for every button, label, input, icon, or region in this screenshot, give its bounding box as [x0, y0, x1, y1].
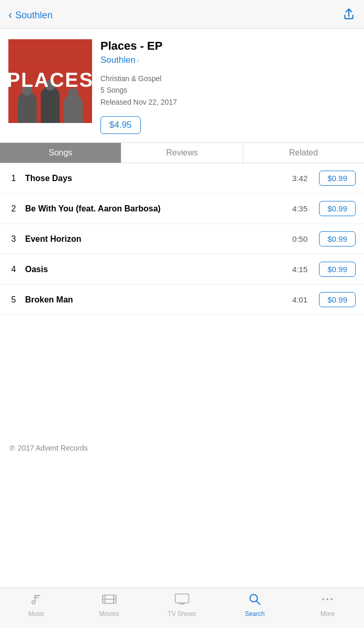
artist-chevron-icon: ›	[136, 56, 139, 64]
svg-point-19	[331, 598, 333, 600]
song-price-button[interactable]: $0.99	[319, 262, 356, 277]
song-number: 4	[8, 265, 19, 274]
music-icon	[30, 592, 43, 608]
song-row[interactable]: 2 Be With You (feat. Aaron Barbosa) 4:35…	[0, 194, 364, 224]
song-number: 5	[8, 295, 19, 305]
more-icon	[321, 592, 334, 608]
nav-search-label: Search	[245, 610, 265, 618]
nav-movies-label: Movies	[99, 610, 119, 618]
nav-item-tvshows[interactable]: TV Shows	[145, 592, 218, 618]
song-row[interactable]: 4 Oasis 4:15 $0.99	[0, 254, 364, 285]
tab-bar: Songs Reviews Related	[0, 142, 364, 163]
figure-3	[64, 94, 83, 123]
album-art-text: PLACES	[8, 70, 92, 90]
album-title: Places - EP	[100, 39, 356, 53]
tab-reviews-label: Reviews	[166, 148, 198, 157]
song-price-button[interactable]: $0.99	[319, 231, 356, 246]
song-row[interactable]: 3 Event Horizon 0:50 $0.99	[0, 224, 364, 254]
movies-icon	[101, 592, 117, 608]
album-artist-name: Southlen	[100, 55, 135, 65]
tab-related-label: Related	[289, 148, 318, 157]
tab-songs[interactable]: Songs	[0, 143, 121, 163]
back-chevron-icon: ‹	[8, 8, 12, 22]
album-song-count: 5 Songs	[100, 84, 356, 96]
album-section: PLACES Places - EP Southlen › Christian …	[0, 29, 364, 142]
tab-songs-label: Songs	[49, 148, 72, 157]
album-artist-link[interactable]: Southlen ›	[100, 55, 356, 65]
figure-2	[41, 86, 60, 123]
album-art-figures	[8, 86, 92, 123]
album-info: Places - EP Southlen › Christian & Gospe…	[100, 39, 356, 134]
share-icon	[342, 7, 356, 21]
nav-tvshows-label: TV Shows	[168, 610, 197, 618]
song-price-button[interactable]: $0.99	[319, 201, 356, 216]
song-row[interactable]: 1 Those Days 3:42 $0.99	[0, 163, 364, 194]
album-genre: Christian & Gospel	[100, 73, 356, 84]
back-button[interactable]: ‹ Southlen	[8, 8, 52, 22]
nav-music-label: Music	[28, 610, 44, 618]
song-duration: 4:01	[292, 295, 308, 304]
buy-album-button[interactable]: $4.95	[100, 116, 141, 134]
song-name: Broken Man	[25, 295, 286, 305]
nav-item-more[interactable]: More	[291, 592, 364, 618]
svg-line-16	[257, 601, 260, 605]
nav-item-search[interactable]: Search	[219, 592, 291, 618]
song-name: Oasis	[25, 265, 286, 274]
song-duration: 4:35	[292, 204, 308, 213]
song-number: 2	[8, 204, 19, 214]
svg-point-17	[322, 598, 324, 600]
song-number: 3	[8, 234, 19, 244]
back-label: Southlen	[15, 10, 52, 21]
header: ‹ Southlen	[0, 0, 364, 29]
album-release-date: Released Nov 22, 2017	[100, 96, 356, 108]
search-icon	[248, 592, 261, 608]
song-list: 1 Those Days 3:42 $0.99 2 Be With You (f…	[0, 163, 364, 435]
bottom-nav: Music Movies TV Shows	[0, 588, 364, 628]
nav-more-label: More	[321, 610, 335, 618]
copyright: ℗ 2017 Advent Records	[0, 435, 364, 468]
figure-1	[18, 92, 37, 123]
album-meta: Christian & Gospel 5 Songs Released Nov …	[100, 73, 356, 108]
song-name: Event Horizon	[25, 234, 286, 244]
svg-point-18	[326, 598, 328, 600]
song-name: Those Days	[25, 174, 286, 183]
svg-point-2	[32, 601, 35, 604]
share-button[interactable]	[342, 7, 356, 23]
song-duration: 0:50	[292, 234, 308, 243]
song-price-button[interactable]: $0.99	[319, 171, 356, 186]
tab-reviews[interactable]: Reviews	[121, 143, 243, 163]
song-duration: 3:42	[292, 174, 308, 183]
album-art: PLACES	[8, 39, 92, 123]
nav-item-movies[interactable]: Movies	[73, 592, 145, 618]
nav-item-music[interactable]: Music	[0, 592, 73, 618]
tab-related[interactable]: Related	[243, 143, 364, 163]
song-price-button[interactable]: $0.99	[319, 292, 356, 307]
song-row[interactable]: 5 Broken Man 4:01 $0.99	[0, 285, 364, 315]
song-duration: 4:15	[292, 265, 308, 274]
tv-shows-icon	[174, 592, 190, 608]
svg-rect-12	[175, 594, 189, 603]
song-number: 1	[8, 174, 19, 183]
song-name: Be With You (feat. Aaron Barbosa)	[25, 204, 286, 214]
